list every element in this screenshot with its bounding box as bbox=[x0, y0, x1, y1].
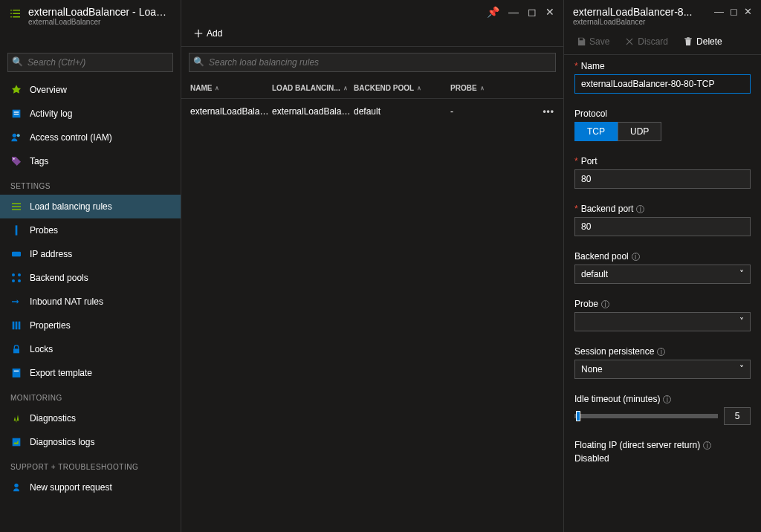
nav-overview[interactable]: Overview bbox=[0, 78, 181, 102]
page-title: externalLoadBalancer - Load balancing ru… bbox=[28, 6, 172, 18]
svg-point-9 bbox=[18, 273, 21, 276]
info-icon[interactable]: i bbox=[703, 441, 711, 450]
trash-icon bbox=[683, 36, 693, 47]
backend-icon bbox=[10, 272, 22, 284]
nav-inbound-nat[interactable]: Inbound NAT rules bbox=[0, 290, 181, 314]
add-button[interactable]: Add bbox=[187, 25, 228, 42]
svg-point-19 bbox=[14, 484, 18, 487]
pin-icon[interactable]: 📌 bbox=[487, 6, 499, 18]
svg-rect-15 bbox=[13, 348, 19, 353]
maximize-icon[interactable]: ◻ bbox=[730, 6, 738, 17]
maximize-icon[interactable]: ◻ bbox=[528, 6, 537, 18]
chevron-down-icon: ˅ bbox=[739, 364, 744, 374]
slider-thumb[interactable] bbox=[576, 411, 580, 421]
table-row[interactable]: externalLoadBalance... externalLoadBalan… bbox=[181, 99, 563, 124]
nav-locks[interactable]: Locks bbox=[0, 337, 181, 361]
save-button[interactable]: Save bbox=[570, 33, 615, 50]
svg-rect-20 bbox=[580, 38, 583, 40]
iam-icon bbox=[10, 132, 22, 143]
activity-icon bbox=[10, 108, 22, 120]
nav-ip-address[interactable]: IP address bbox=[0, 242, 181, 266]
table-header: NAME∧ LOAD BALANCIN...∧ BACKEND POOL∧ PR… bbox=[181, 78, 563, 99]
sort-caret-icon: ∧ bbox=[343, 85, 348, 91]
svg-point-4 bbox=[17, 134, 20, 137]
close-icon[interactable]: ✕ bbox=[545, 6, 554, 18]
nav-activity-log[interactable]: Activity log bbox=[0, 102, 181, 126]
minimize-icon[interactable]: — bbox=[714, 6, 724, 17]
probe-label: Probe bbox=[574, 299, 598, 309]
close-icon[interactable]: ✕ bbox=[744, 6, 752, 17]
idle-timeout-label: Idle timeout (minutes) bbox=[574, 394, 660, 404]
probe-select[interactable]: ˅ bbox=[574, 312, 751, 331]
lbr-icon bbox=[10, 201, 22, 213]
floating-ip-label: Floating IP (direct server return) bbox=[574, 440, 700, 450]
backend-port-label: Backend port bbox=[581, 204, 634, 214]
info-icon[interactable]: i bbox=[601, 300, 609, 308]
nav-tags[interactable]: Tags bbox=[0, 149, 181, 173]
settings-header: SETTINGS bbox=[0, 173, 181, 195]
monitoring-header: MONITORING bbox=[0, 385, 181, 406]
column-name[interactable]: NAME∧ bbox=[190, 84, 272, 92]
column-backend-pool[interactable]: BACKEND POOL∧ bbox=[354, 84, 450, 92]
port-input[interactable] bbox=[574, 169, 751, 189]
discard-icon bbox=[624, 36, 635, 47]
session-persistence-select[interactable]: None˅ bbox=[574, 360, 751, 379]
nav-diagnostics-logs[interactable]: Diagnostics logs bbox=[0, 430, 181, 454]
nav-export-template[interactable]: Export template bbox=[0, 361, 181, 385]
svg-rect-7 bbox=[12, 252, 21, 257]
idle-timeout-slider[interactable] bbox=[574, 414, 718, 418]
svg-rect-14 bbox=[19, 322, 21, 330]
svg-rect-18 bbox=[13, 438, 21, 447]
backend-port-input[interactable] bbox=[574, 217, 751, 236]
svg-point-5 bbox=[13, 158, 15, 160]
export-icon bbox=[10, 367, 22, 379]
backend-pool-select[interactable]: default˅ bbox=[574, 265, 751, 284]
props-icon bbox=[10, 319, 22, 331]
locks-icon bbox=[10, 343, 22, 355]
svg-rect-12 bbox=[13, 322, 15, 330]
info-icon[interactable]: i bbox=[632, 253, 640, 261]
name-input[interactable] bbox=[574, 74, 751, 94]
info-icon[interactable]: i bbox=[657, 348, 665, 356]
rules-search-input[interactable] bbox=[189, 53, 556, 72]
protocol-udp-button[interactable]: UDP bbox=[618, 122, 661, 141]
delete-button[interactable]: Delete bbox=[677, 33, 728, 50]
page-subtitle: externalLoadBalancer bbox=[28, 18, 172, 26]
sidebar-search-input[interactable] bbox=[7, 53, 173, 72]
info-icon[interactable]: i bbox=[663, 395, 671, 403]
name-label: Name bbox=[581, 61, 605, 71]
diag-icon bbox=[10, 412, 22, 424]
overview-icon bbox=[10, 84, 22, 96]
nav-diagnostics[interactable]: Diagnostics bbox=[0, 406, 181, 430]
svg-point-3 bbox=[13, 134, 16, 137]
svg-rect-16 bbox=[13, 369, 21, 377]
minimize-icon[interactable]: — bbox=[508, 6, 519, 18]
session-persistence-label: Session persistence bbox=[574, 346, 654, 357]
svg-rect-1 bbox=[14, 111, 19, 112]
nav-iam[interactable]: Access control (IAM) bbox=[0, 126, 181, 149]
svg-rect-17 bbox=[14, 371, 19, 372]
discard-button[interactable]: Discard bbox=[618, 33, 674, 50]
detail-title: externalLoadBalancer-8... bbox=[573, 6, 708, 18]
info-icon[interactable]: i bbox=[636, 205, 644, 213]
nav-new-support-request[interactable]: New support request bbox=[0, 476, 181, 499]
lb-rules-icon bbox=[9, 7, 22, 21]
ip-icon bbox=[10, 248, 22, 260]
nav-load-balancing-rules[interactable]: Load balancing rules bbox=[0, 195, 181, 218]
protocol-label: Protocol bbox=[574, 108, 751, 119]
support-header: SUPPORT + TROUBLESHOOTING bbox=[0, 454, 181, 476]
nav-probes[interactable]: Probes bbox=[0, 218, 181, 242]
protocol-tcp-button[interactable]: TCP bbox=[574, 122, 618, 141]
nav-properties[interactable]: Properties bbox=[0, 314, 181, 337]
save-icon bbox=[576, 36, 586, 47]
idle-timeout-value[interactable] bbox=[724, 407, 751, 425]
search-icon: 🔍 bbox=[12, 56, 23, 67]
svg-point-8 bbox=[12, 273, 15, 276]
port-label: Port bbox=[581, 156, 598, 166]
row-menu-icon[interactable]: ••• bbox=[543, 106, 554, 117]
column-probe[interactable]: PROBE∧ bbox=[450, 84, 510, 92]
svg-point-11 bbox=[18, 279, 21, 282]
backend-pool-label: Backend pool bbox=[574, 251, 629, 262]
nav-backend-pools[interactable]: Backend pools bbox=[0, 266, 181, 290]
column-load-balancing[interactable]: LOAD BALANCIN...∧ bbox=[272, 84, 354, 92]
